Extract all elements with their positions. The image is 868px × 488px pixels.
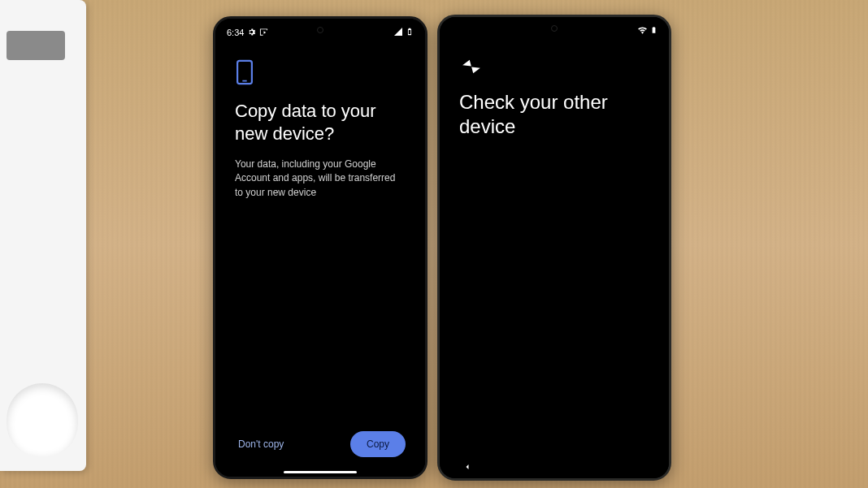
phone-left-screen: 6:34 bbox=[215, 19, 425, 477]
battery-icon bbox=[650, 24, 658, 37]
phone-left: 6:34 bbox=[213, 16, 427, 479]
phone-outline-icon bbox=[235, 59, 254, 85]
setup-title: Copy data to your new device? bbox=[235, 100, 406, 145]
cast-icon bbox=[259, 28, 268, 38]
status-time: 6:34 bbox=[227, 28, 244, 37]
gear-icon bbox=[247, 28, 256, 38]
wifi-icon bbox=[637, 25, 648, 37]
status-bar bbox=[440, 24, 669, 38]
battery-icon bbox=[406, 26, 414, 39]
back-icon[interactable] bbox=[462, 460, 472, 470]
setup-description: Your data, including your Google Account… bbox=[235, 158, 406, 200]
check-device-title: Check your other device bbox=[459, 90, 649, 139]
signal-icon bbox=[393, 27, 403, 38]
side-buttons bbox=[671, 110, 671, 159]
phone-right-screen: Check your other device bbox=[440, 17, 669, 478]
phone-right: Check your other device bbox=[437, 15, 671, 481]
dont-copy-button[interactable]: Don't copy bbox=[235, 432, 287, 456]
transfer-arrows-icon bbox=[459, 58, 484, 76]
nav-handle[interactable] bbox=[284, 471, 357, 473]
status-bar: 6:34 bbox=[215, 25, 425, 40]
packaging-box bbox=[0, 0, 86, 471]
copy-button[interactable]: Copy bbox=[350, 431, 406, 457]
